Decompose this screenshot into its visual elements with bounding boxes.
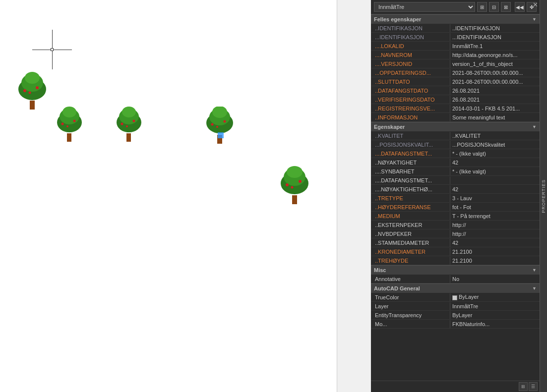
prop-value: 26.08.2021 bbox=[450, 87, 540, 95]
svg-point-6 bbox=[29, 92, 31, 94]
section-title: AutoCAD General bbox=[374, 285, 420, 291]
prop-key: ..MEDIUM bbox=[371, 212, 450, 220]
prop-key: Mo... bbox=[371, 320, 450, 328]
prop-key: ...OPPDATERINGSD... bbox=[371, 69, 450, 77]
table-row[interactable]: ..REGISTRERINGSVE...2014-03-01 - FKB 4.5… bbox=[371, 104, 540, 113]
table-row[interactable]: ....DATAFANGSTMET... bbox=[371, 176, 540, 185]
prop-value: FKBNaturinfo... bbox=[450, 320, 540, 328]
table-row[interactable]: ..MEDIUMT - På terrenget bbox=[371, 212, 540, 221]
table-row[interactable]: EntityTransparencyByLayer bbox=[371, 311, 540, 320]
svg-rect-29 bbox=[292, 195, 297, 204]
section-header[interactable]: Egenskaper▼ bbox=[371, 122, 540, 131]
table-row[interactable]: AnnotativeNo bbox=[371, 275, 540, 283]
prop-key: ..NVBDPEKER bbox=[371, 230, 450, 238]
table-row[interactable]: ..SLUTTDATO2021-08-26T00\:00\:00.000... bbox=[371, 77, 540, 86]
table-row[interactable]: ..DATAFANGSTDATO26.08.2021 bbox=[371, 86, 540, 95]
bottom-icon-1[interactable]: ⊞ bbox=[519, 382, 528, 391]
table-row[interactable]: ..EKSTERNPEKERhttp:// bbox=[371, 221, 540, 229]
prop-value: * - (Ikke valgt) bbox=[450, 150, 540, 158]
prop-value: 2021-08-26T00\:00\:00.000... bbox=[450, 69, 540, 77]
section-header[interactable]: AutoCAD General▼ bbox=[371, 283, 540, 293]
tree-3 bbox=[113, 107, 145, 145]
table-row[interactable]: TrueColorByLayer bbox=[371, 293, 540, 302]
tree-1 bbox=[15, 72, 50, 112]
prop-value: ...IDENTIFIKASJON bbox=[450, 33, 540, 41]
prop-value: T - På terrenget bbox=[450, 212, 540, 220]
svg-point-4 bbox=[23, 89, 26, 92]
prop-value: InnmåltTre bbox=[450, 302, 540, 310]
prop-key: ..TREHØYDE bbox=[371, 257, 450, 265]
prop-value: 21.2100 bbox=[450, 248, 540, 256]
svg-point-34 bbox=[299, 180, 302, 183]
prop-key: ..NØYAKTIGHET bbox=[371, 159, 450, 167]
section-title: Felles egenskaper bbox=[374, 16, 421, 22]
prop-value: ...POSISJONSkvalitet bbox=[450, 141, 540, 149]
prop-key: ...IDENTIFIKASJON bbox=[371, 33, 450, 41]
prop-value: ..IDENTIFIKASJON bbox=[450, 24, 540, 32]
tree-4-selected[interactable] bbox=[202, 107, 237, 147]
section-header[interactable]: Felles egenskaper▼ bbox=[371, 14, 540, 24]
table-row[interactable]: ....SYNBARHET* - (Ikke valgt) bbox=[371, 167, 540, 176]
prop-value: http:// bbox=[450, 230, 540, 238]
table-row[interactable]: ....NØYAKTIGHETHØ...42 bbox=[371, 185, 540, 194]
nav-prev-btn[interactable]: ◀◀ bbox=[515, 2, 525, 12]
prop-key: ..VERIFISERINGSDATO bbox=[371, 96, 450, 104]
table-row[interactable]: ....LOKALIDInnmåltTre.1 bbox=[371, 42, 540, 51]
table-row[interactable]: ....DATAFANGSTMET...* - (Ikke valgt) bbox=[371, 149, 540, 158]
prop-key: ...POSISJONSKVALIT... bbox=[371, 141, 450, 149]
svg-point-19 bbox=[133, 120, 135, 122]
svg-point-17 bbox=[122, 107, 136, 117]
prop-key: ....VERSJONID bbox=[371, 60, 450, 68]
svg-rect-14 bbox=[126, 133, 131, 142]
svg-point-12 bbox=[73, 120, 76, 122]
prop-value: ..KVALITET bbox=[450, 132, 540, 140]
prop-value: 2021-08-26T00\:00\:00.000... bbox=[450, 78, 540, 86]
table-row[interactable]: ....VERSJONIDversion_1_of_this_object bbox=[371, 59, 540, 68]
svg-point-33 bbox=[286, 183, 289, 186]
bottom-icons: ⊞ ☰ bbox=[371, 381, 540, 392]
icon-btn-1[interactable]: ⊞ bbox=[477, 2, 487, 12]
object-type-select[interactable]: InnmåltTre bbox=[374, 2, 475, 12]
table-row[interactable]: ...IDENTIFIKASJON...IDENTIFIKASJON bbox=[371, 33, 540, 42]
prop-value: 42 bbox=[450, 239, 540, 247]
canvas-area bbox=[0, 0, 337, 392]
prop-key: ..EKSTERNPEKER bbox=[371, 221, 450, 229]
table-row[interactable]: ..HØYDEREFERANSEfot - Fot bbox=[371, 203, 540, 212]
table-row[interactable]: LayerInnmåltTre bbox=[371, 302, 540, 311]
icon-btn-2[interactable]: ⊟ bbox=[489, 2, 499, 12]
svg-point-10 bbox=[62, 107, 76, 117]
prop-key: ..KVALITET bbox=[371, 132, 450, 140]
svg-rect-28 bbox=[218, 132, 224, 138]
panel-body: Felles egenskaper▼..IDENTIFIKASJON..IDEN… bbox=[371, 14, 540, 381]
table-row[interactable]: ..VERIFISERINGSDATO26.08.2021 bbox=[371, 95, 540, 104]
table-row[interactable]: ..NVBDPEKERhttp:// bbox=[371, 229, 540, 238]
prop-key: ..SLUTTDATO bbox=[371, 78, 450, 86]
prop-key: ....DATAFANGSTMET... bbox=[371, 176, 450, 184]
table-row[interactable]: ...POSISJONSKVALIT......POSISJONSkvalite… bbox=[371, 140, 540, 149]
prop-value: 2014-03-01 - FKB 4.5 201... bbox=[450, 105, 540, 112]
table-row[interactable]: ..TREHØYDE21.2100 bbox=[371, 256, 540, 265]
icon-btn-3[interactable]: ⊠ bbox=[501, 2, 511, 12]
table-row[interactable]: ..NØYAKTIGHET42 bbox=[371, 158, 540, 167]
table-row[interactable]: ....NAVNEROMhttp://data.geonorge.no/s... bbox=[371, 51, 540, 59]
table-row[interactable]: ..INFORMASJONSome meaningful text bbox=[371, 113, 540, 122]
table-row[interactable]: Mo...FKBNaturinfo... bbox=[371, 320, 540, 329]
table-row[interactable]: ..KVALITET..KVALITET bbox=[371, 131, 540, 140]
prop-value: InnmåltTre.1 bbox=[450, 42, 540, 50]
prop-value: fot - Fot bbox=[450, 203, 540, 211]
table-row[interactable]: ..KRONEDIAMETER21.2100 bbox=[371, 247, 540, 256]
properties-tab-label: PROPERTIES bbox=[541, 179, 546, 213]
prop-value: 42 bbox=[450, 159, 540, 167]
section-title: Egenskaper bbox=[374, 124, 405, 130]
prop-value: 42 bbox=[450, 185, 540, 193]
section-header[interactable]: Misc▼ bbox=[371, 265, 540, 275]
prop-value: * - (Ikke valgt) bbox=[450, 168, 540, 175]
table-row[interactable]: ..IDENTIFIKASJON..IDENTIFIKASJON bbox=[371, 24, 540, 33]
prop-value: 26.08.2021 bbox=[450, 96, 540, 104]
table-row[interactable]: ...OPPDATERINGSD...2021-08-26T00\:00\:00… bbox=[371, 68, 540, 77]
table-row[interactable]: ..STAMMEDIAMETER42 bbox=[371, 238, 540, 247]
bottom-icon-2[interactable]: ☰ bbox=[529, 382, 538, 391]
properties-vertical-tab[interactable]: PROPERTIES bbox=[540, 0, 547, 392]
close-panel-btn[interactable]: ✕ bbox=[533, 1, 538, 8]
table-row[interactable]: ..TRETYPE3 - Lauv bbox=[371, 194, 540, 203]
